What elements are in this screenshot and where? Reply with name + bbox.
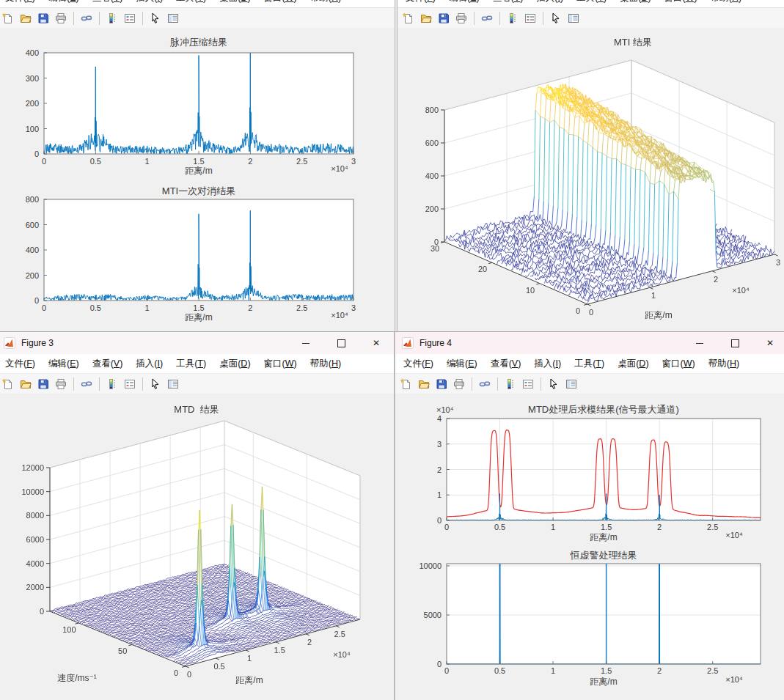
- toolbar-separator: [472, 377, 472, 391]
- menu-item-view[interactable]: 查看(V): [86, 356, 130, 372]
- menu-item-desktop[interactable]: 桌面(D): [611, 356, 655, 372]
- save-figure-icon[interactable]: [35, 10, 51, 26]
- minimize-button[interactable]: [682, 332, 717, 354]
- save-figure-icon[interactable]: [433, 376, 450, 392]
- clipped-menu-bar: 文件(F)编辑(E)查看(V)插入(I)工具(T)桌面(D)窗口(W)帮助(H): [0, 0, 395, 8]
- menu-item-edit[interactable]: 编辑(E): [42, 356, 86, 372]
- insert-colorbar-icon[interactable]: [502, 376, 519, 392]
- svg-text:距离/m: 距离/m: [590, 677, 617, 687]
- insert-legend-icon[interactable]: [122, 10, 138, 26]
- menu-item-file[interactable]: 文件(F): [397, 356, 440, 372]
- menu-item-tools[interactable]: 工具(T): [169, 0, 213, 6]
- menu-item-desktop[interactable]: 桌面(D): [213, 0, 257, 6]
- close-button[interactable]: ✕: [359, 332, 394, 354]
- menu-item-window[interactable]: 窗口(W): [658, 0, 704, 6]
- minimize-icon: [302, 343, 309, 344]
- open-file-icon[interactable]: [416, 376, 432, 392]
- property-editor-icon[interactable]: [165, 10, 181, 26]
- svg-text:1.5: 1.5: [601, 523, 612, 531]
- window-title: Figure 4: [420, 338, 452, 348]
- menu-item-window[interactable]: 窗口(W): [257, 356, 304, 372]
- edit-plot-icon[interactable]: [548, 10, 564, 26]
- menu-item-window[interactable]: 窗口(W): [257, 0, 304, 6]
- minimize-icon: [696, 343, 703, 344]
- toolbar-separator: [99, 377, 100, 391]
- link-plot-icon[interactable]: [479, 10, 495, 26]
- menu-item-insert[interactable]: 插入(I): [129, 0, 169, 6]
- svg-text:2: 2: [657, 523, 662, 531]
- edit-plot-icon[interactable]: [147, 376, 164, 392]
- save-figure-icon[interactable]: [436, 10, 452, 26]
- menu-item-edit[interactable]: 编辑(E): [42, 0, 86, 6]
- link-plot-icon[interactable]: [78, 10, 95, 26]
- svg-text:3: 3: [351, 303, 356, 312]
- menu-item-help[interactable]: 帮助(H): [304, 356, 348, 372]
- menu-item-edit[interactable]: 编辑(E): [440, 356, 484, 372]
- open-file-icon[interactable]: [418, 10, 434, 26]
- svg-text:×10⁴: ×10⁴: [436, 405, 454, 414]
- minimize-button[interactable]: [288, 332, 323, 354]
- menu-item-view[interactable]: 查看(V): [486, 0, 530, 6]
- menu-item-desktop[interactable]: 桌面(D): [213, 356, 257, 372]
- menu-item-help[interactable]: 帮助(H): [704, 0, 748, 6]
- link-plot-icon[interactable]: [477, 376, 493, 392]
- menu-item-window[interactable]: 窗口(W): [656, 356, 702, 372]
- insert-legend-icon[interactable]: [520, 376, 536, 392]
- insert-legend-icon[interactable]: [522, 10, 538, 26]
- figure3-titlebar[interactable]: Figure 3 ✕: [0, 332, 394, 354]
- menu-item-tools[interactable]: 工具(T): [169, 356, 213, 372]
- menu-item-insert[interactable]: 插入(I): [530, 0, 570, 6]
- maximize-button[interactable]: [717, 332, 752, 354]
- svg-text:200: 200: [26, 99, 39, 108]
- print-figure-icon[interactable]: [453, 10, 469, 26]
- edit-plot-icon[interactable]: [147, 10, 164, 26]
- menu-item-tools[interactable]: 工具(T): [570, 0, 613, 6]
- svg-text:0: 0: [437, 516, 442, 525]
- menu-item-file[interactable]: 文件(F): [0, 0, 42, 6]
- insert-colorbar-icon[interactable]: [104, 10, 120, 26]
- menu-item-file[interactable]: 文件(F): [399, 0, 442, 6]
- new-figure-icon[interactable]: [398, 376, 414, 392]
- edit-plot-icon[interactable]: [546, 376, 562, 392]
- property-editor-icon[interactable]: [165, 376, 181, 392]
- print-figure-icon[interactable]: [451, 376, 467, 392]
- new-figure-icon[interactable]: [400, 10, 417, 26]
- menu-item-view[interactable]: 查看(V): [484, 356, 528, 372]
- print-figure-icon[interactable]: [53, 10, 69, 26]
- maximize-button[interactable]: [323, 332, 359, 354]
- new-figure-icon[interactable]: [0, 376, 16, 392]
- insert-colorbar-icon[interactable]: [104, 376, 120, 392]
- svg-text:800: 800: [26, 195, 39, 204]
- svg-text:0: 0: [42, 303, 46, 312]
- insert-legend-icon[interactable]: [122, 376, 138, 392]
- print-figure-icon[interactable]: [53, 376, 69, 392]
- open-file-icon[interactable]: [18, 376, 34, 392]
- maximize-icon: [337, 339, 345, 347]
- save-figure-icon[interactable]: [35, 376, 51, 392]
- property-editor-icon[interactable]: [563, 376, 579, 392]
- menu-item-edit[interactable]: 编辑(E): [442, 0, 486, 6]
- open-file-icon[interactable]: [18, 10, 34, 26]
- menu-item-insert[interactable]: 插入(I): [129, 356, 169, 372]
- pulse-compression-mti-charts: 00.511.522.530100200300400脉冲压缩结果距离/m×10⁴…: [0, 28, 395, 331]
- close-icon: ✕: [373, 339, 380, 347]
- toolbar-separator: [474, 12, 475, 25]
- insert-colorbar-icon[interactable]: [505, 10, 521, 26]
- figure4-titlebar[interactable]: Figure 4 ✕: [395, 332, 784, 354]
- menu-item-file[interactable]: 文件(F): [0, 356, 42, 372]
- menu-item-insert[interactable]: 插入(I): [527, 356, 568, 372]
- menu-item-tools[interactable]: 工具(T): [568, 356, 611, 372]
- link-plot-icon[interactable]: [78, 376, 95, 392]
- menu-item-desktop[interactable]: 桌面(D): [613, 0, 657, 6]
- desktop: 文件(F)编辑(E)查看(V)插入(I)工具(T)桌面(D)窗口(W)帮助(H)…: [0, 0, 784, 700]
- menu-item-help[interactable]: 帮助(H): [702, 356, 746, 372]
- new-figure-icon[interactable]: [0, 10, 16, 26]
- window-controls: ✕: [682, 332, 784, 354]
- svg-text:3: 3: [437, 440, 442, 449]
- menu-item-view[interactable]: 查看(V): [86, 0, 130, 6]
- close-button[interactable]: ✕: [752, 332, 784, 354]
- svg-text:2: 2: [248, 303, 252, 312]
- window-title: Figure 3: [21, 338, 54, 348]
- property-editor-icon[interactable]: [565, 10, 582, 26]
- menu-item-help[interactable]: 帮助(H): [304, 0, 348, 6]
